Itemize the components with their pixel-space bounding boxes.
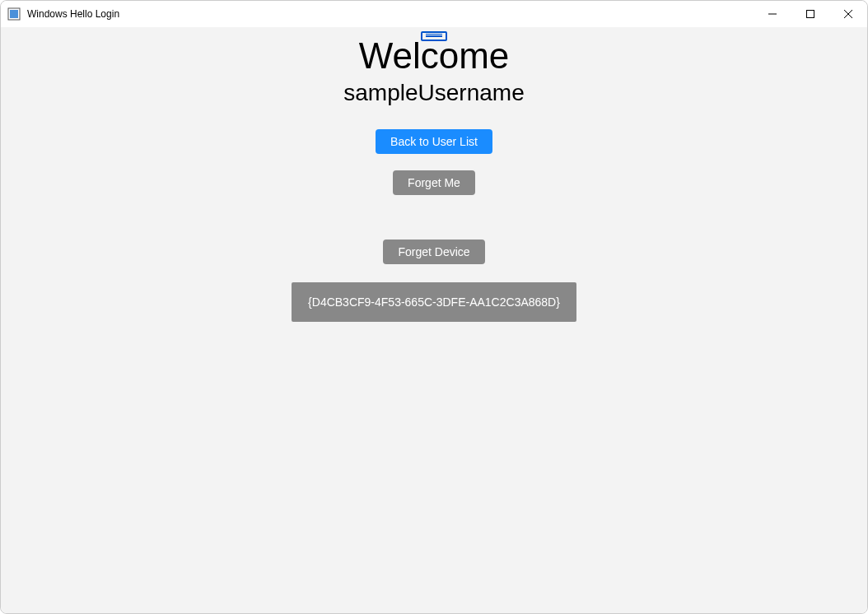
window-title: Windows Hello Login <box>27 8 754 20</box>
forget-device-button[interactable]: Forget Device <box>383 240 484 264</box>
username-heading: sampleUsername <box>343 80 524 106</box>
forget-me-button[interactable]: Forget Me <box>393 170 475 195</box>
minimize-button[interactable] <box>754 1 791 27</box>
keyboard-icon <box>421 31 447 41</box>
close-button[interactable] <box>829 1 867 27</box>
titlebar: Windows Hello Login <box>1 1 867 27</box>
content-area: Welcome sampleUsername Back to User List… <box>1 27 867 613</box>
maximize-icon <box>806 10 814 18</box>
window-controls <box>754 1 867 27</box>
app-window: Windows Hello Login Welcome sa <box>0 0 868 614</box>
maximize-button[interactable] <box>791 1 829 27</box>
minimize-icon <box>768 10 777 18</box>
close-icon <box>844 10 852 18</box>
app-icon <box>7 7 21 21</box>
svg-rect-1 <box>10 10 18 18</box>
back-to-user-list-button[interactable]: Back to User List <box>376 129 492 154</box>
svg-rect-3 <box>807 11 814 18</box>
device-id-display: {D4CB3CF9-4F53-665C-3DFE-AA1C2C3A868D} <box>292 282 576 322</box>
